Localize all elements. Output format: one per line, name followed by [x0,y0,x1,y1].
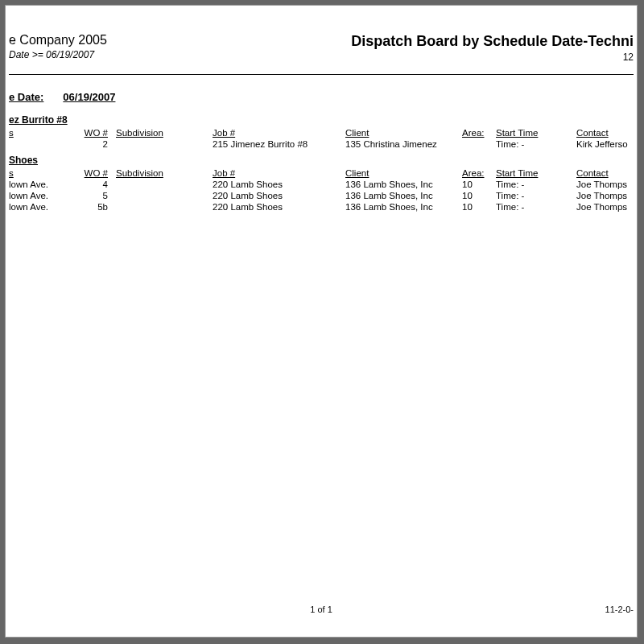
col-client: Client [345,167,462,179]
cell-area: 10 [462,179,496,190]
table-row: lown Ave. 5 220 Lamb Shoes 136 Lamb Shoe… [9,190,644,201]
dispatch-table: s WO # Subdivision Job # Client Area: St… [9,127,644,150]
col-area: Area: [462,167,496,179]
report-header: e Company 2005 Date >= 06/19/2007 Dispat… [9,6,634,75]
cell-client: 136 Lamb Shoes, Inc [345,179,462,190]
cell-wo: 5 [80,190,116,201]
cell-wo: 4 [80,179,116,190]
cell-job: 220 Lamb Shoes [213,201,345,213]
cell-job: 215 Jimenez Burrito #8 [213,138,345,150]
col-address: s [9,127,80,138]
report-content: e Date:06/19/2007 ez Burrito #8 s WO # S… [6,75,637,213]
cell-subdivision [116,190,213,201]
cell-start: Time: - [496,179,576,190]
table-header-row: s WO # Subdivision Job # Client Area: St… [9,127,644,138]
col-job: Job # [213,167,345,179]
cell-address: lown Ave. [9,190,80,201]
col-area: Area: [462,127,496,138]
col-job: Job # [213,127,345,138]
cell-subdivision [116,201,213,213]
report-title: Dispatch Board by Schedule Date-Techni [351,33,634,50]
cell-client: 136 Lamb Shoes, Inc [345,190,462,201]
build-number: 11-2-0- [605,605,634,614]
cell-area: 10 [462,190,496,201]
group-title: ez Burrito #8 [9,114,634,126]
schedule-date-value: 06/19/2007 [63,91,115,103]
cell-address [9,138,80,150]
cell-area: 10 [462,201,496,213]
dispatch-table: s WO # Subdivision Job # Client Area: St… [9,167,644,213]
cell-start: Time: - [496,190,576,201]
cell-job: 220 Lamb Shoes [213,190,345,201]
col-contact: Contact [576,127,644,138]
table-row: lown Ave. 4 220 Lamb Shoes 136 Lamb Shoe… [9,179,644,190]
table-row: lown Ave. 5b 220 Lamb Shoes 136 Lamb Sho… [9,201,644,213]
report-page: e Company 2005 Date >= 06/19/2007 Dispat… [5,5,638,638]
cell-contact: Kirk Jefferso [576,138,644,150]
cell-subdivision [116,179,213,190]
cell-job: 220 Lamb Shoes [213,179,345,190]
cell-client: 136 Lamb Shoes, Inc [345,201,462,213]
cell-contact: Joe Thomps [576,190,644,201]
schedule-date-line: e Date:06/19/2007 [9,91,634,103]
header-right: Dispatch Board by Schedule Date-Techni 1… [351,33,634,63]
table-header-row: s WO # Subdivision Job # Client Area: St… [9,167,644,179]
cell-wo: 2 [80,138,116,150]
cell-wo: 5b [80,201,116,213]
col-start: Start Time [496,167,576,179]
cell-address: lown Ave. [9,201,80,213]
cell-start: Time: - [496,201,576,213]
cell-area [462,138,496,150]
header-left: e Company 2005 Date >= 06/19/2007 [9,33,107,60]
cell-subdivision [116,138,213,150]
cell-contact: Joe Thomps [576,201,644,213]
col-address: s [9,167,80,179]
schedule-date-label: e Date: [9,91,43,103]
table-row: 2 215 Jimenez Burrito #8 135 Christina J… [9,138,644,150]
col-start: Start Time [496,127,576,138]
col-wo: WO # [80,127,116,138]
report-subnum: 12 [351,52,634,63]
cell-start: Time: - [496,138,576,150]
col-client: Client [345,127,462,138]
col-subdivision: Subdivision [116,127,213,138]
page-indicator: 1 of 1 [310,605,332,614]
report-footer: 1 of 1 11-2-0- [9,605,634,614]
cell-address: lown Ave. [9,179,80,190]
cell-contact: Joe Thomps [576,179,644,190]
col-contact: Contact [576,167,644,179]
filter-text: Date >= 06/19/2007 [9,49,107,60]
company-name: e Company 2005 [9,33,107,47]
group-title: Shoes [9,155,634,166]
cell-client: 135 Christina Jimenez [345,138,462,150]
col-subdivision: Subdivision [116,167,213,179]
col-wo: WO # [80,167,116,179]
